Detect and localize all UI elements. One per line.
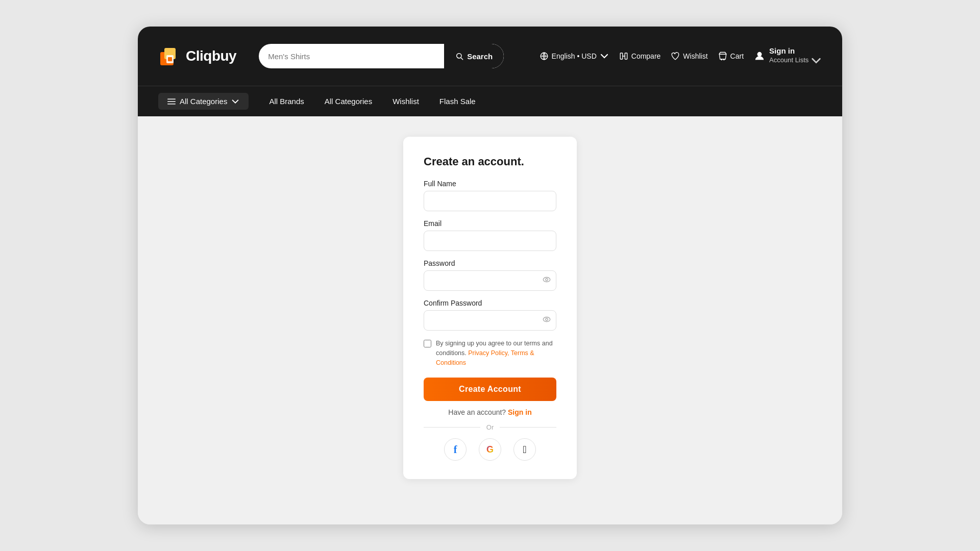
svg-point-11: [757, 53, 761, 56]
menu-icon: [167, 97, 176, 106]
terms-text: By signing up you agree to our terms and…: [436, 339, 556, 367]
account-text: Sign in Account Lists: [769, 46, 822, 66]
apple-login-button[interactable]: : [513, 438, 536, 461]
svg-point-17: [543, 317, 550, 322]
facebook-login-button[interactable]: f: [444, 438, 467, 461]
confirm-password-wrapper: [424, 310, 556, 331]
svg-rect-8: [625, 53, 627, 59]
svg-point-9: [721, 59, 722, 60]
svg-point-15: [543, 278, 550, 282]
language-selector[interactable]: English • USD: [540, 52, 609, 61]
account-chevron-icon: [811, 55, 822, 66]
google-icon: G: [486, 444, 494, 455]
terms-row: By signing up you agree to our terms and…: [424, 339, 556, 367]
svg-point-10: [723, 59, 724, 60]
nav-bar: All Categories All Brands All Categories…: [138, 86, 842, 116]
svg-rect-12: [167, 98, 176, 99]
search-icon: [455, 52, 463, 60]
wishlist-label: Wishlist: [683, 52, 707, 60]
confirm-password-group: Confirm Password: [424, 299, 556, 331]
cart-icon: [718, 52, 727, 61]
svg-rect-14: [167, 104, 176, 105]
compare-icon: [619, 52, 628, 61]
password-label: Password: [424, 259, 556, 267]
all-categories-label: All Categories: [180, 97, 227, 106]
language-label: English • USD: [552, 52, 597, 60]
search-bar: Search: [259, 44, 504, 68]
heart-icon: [671, 52, 680, 61]
email-group: Email: [424, 219, 556, 251]
email-input[interactable]: [424, 231, 556, 251]
search-input[interactable]: [259, 52, 444, 61]
logo-area[interactable]: Cliqbuy: [158, 45, 236, 67]
email-label: Email: [424, 219, 556, 228]
terms-checkbox[interactable]: [424, 340, 431, 347]
apple-icon: : [523, 444, 526, 456]
or-text: Or: [486, 423, 494, 431]
have-account-text: Have an account?: [448, 408, 506, 416]
svg-line-5: [461, 58, 463, 60]
header: Cliqbuy Search English • USD: [138, 27, 842, 86]
confirm-password-eye-icon[interactable]: [542, 315, 551, 326]
account-area[interactable]: Sign in Account Lists: [754, 46, 822, 66]
full-name-label: Full Name: [424, 180, 556, 188]
sign-in-label: Sign in: [769, 46, 822, 55]
facebook-icon: f: [454, 444, 457, 456]
search-label: Search: [467, 52, 493, 61]
chevron-down-icon: [600, 52, 609, 61]
nav-wishlist[interactable]: Wishlist: [393, 95, 419, 108]
account-lists-label: Account Lists: [769, 55, 822, 66]
svg-rect-7: [620, 53, 623, 59]
create-account-card: Create an account. Full Name Email Passw…: [403, 137, 577, 479]
nav-all-categories[interactable]: All Categories: [325, 95, 372, 108]
password-eye-icon[interactable]: [542, 275, 551, 286]
search-button[interactable]: Search: [444, 44, 504, 68]
globe-icon: [540, 52, 549, 61]
compare-label: Compare: [631, 52, 661, 60]
create-account-button[interactable]: Create Account: [424, 378, 556, 401]
svg-point-16: [546, 279, 548, 281]
header-actions: English • USD Compare Wishlist: [540, 46, 822, 66]
signin-row: Have an account? Sign in: [424, 408, 556, 416]
cart-button[interactable]: Cart: [718, 52, 744, 61]
svg-point-18: [546, 318, 548, 321]
outer-frame: Cliqbuy Search English • USD: [138, 27, 842, 524]
password-wrapper: [424, 270, 556, 291]
compare-button[interactable]: Compare: [619, 52, 661, 61]
password-input[interactable]: [424, 270, 556, 291]
user-icon: [754, 51, 765, 62]
full-name-input[interactable]: [424, 191, 556, 211]
confirm-password-label: Confirm Password: [424, 299, 556, 307]
wishlist-button[interactable]: Wishlist: [671, 52, 707, 61]
nav-all-brands[interactable]: All Brands: [269, 95, 304, 108]
nav-flash-sale[interactable]: Flash Sale: [439, 95, 476, 108]
categories-chevron-icon: [231, 97, 239, 106]
or-divider: Or: [424, 423, 556, 431]
social-login-row: f G : [424, 438, 556, 461]
signin-link[interactable]: Sign in: [508, 408, 532, 416]
logo-icon: [158, 45, 181, 67]
google-login-button[interactable]: G: [479, 438, 501, 461]
logo-text: Cliqbuy: [186, 48, 236, 64]
form-title: Create an account.: [424, 155, 556, 168]
password-group: Password: [424, 259, 556, 291]
confirm-password-input[interactable]: [424, 310, 556, 331]
main-content: Create an account. Full Name Email Passw…: [138, 116, 842, 524]
all-categories-button[interactable]: All Categories: [158, 93, 249, 110]
svg-rect-13: [167, 101, 176, 102]
full-name-group: Full Name: [424, 180, 556, 211]
svg-rect-3: [168, 57, 172, 61]
cart-label: Cart: [730, 52, 744, 60]
